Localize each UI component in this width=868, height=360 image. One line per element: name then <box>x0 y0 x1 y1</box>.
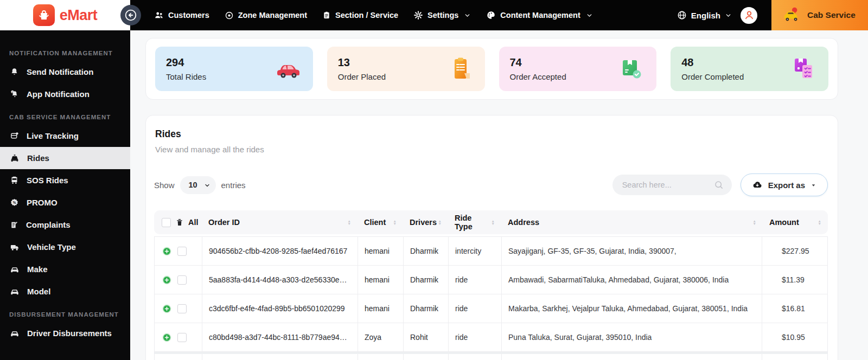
stat-completed-icon <box>792 56 816 81</box>
bus-icon <box>10 176 19 185</box>
row-checkbox[interactable] <box>177 275 187 285</box>
column-label: Client <box>364 218 386 227</box>
sidebar-item-promo[interactable]: % PROMO <box>0 191 130 214</box>
brand-logo[interactable]: eMart <box>0 0 130 30</box>
stat-value: 74 <box>510 56 566 69</box>
export-as-button[interactable]: Export as <box>741 173 828 196</box>
show-label: Show <box>154 181 175 190</box>
nav-item-label: Customers <box>168 11 209 20</box>
driver-link[interactable]: Dharmik <box>410 304 438 313</box>
sidebar-item-make[interactable]: Make <box>0 258 130 280</box>
expand-row-button[interactable] <box>162 246 172 256</box>
entries-select[interactable]: 10 <box>180 176 216 194</box>
emart-bag-icon <box>33 4 55 26</box>
sidebar-collapse-button[interactable] <box>120 5 141 25</box>
sidebar-item-label: PROMO <box>27 198 58 207</box>
order-id-link[interactable]: 904656b2-cfbb-4208-9285-faef4ed76167 <box>209 247 347 255</box>
sidebar-item-vehicle-type[interactable]: Vehicle Type <box>0 236 130 258</box>
tracker-icon <box>10 131 19 140</box>
row-checkbox[interactable] <box>177 247 187 256</box>
rides-table: All Order ID ▲▼ Client ▲▼ Drivers ▲▼ Rid… <box>154 210 828 360</box>
driver-link[interactable]: Dharmik <box>410 275 438 284</box>
settings-icon <box>413 10 423 20</box>
order-id-link[interactable]: 5aa883fa-d414-4d48-a303-d2e56330edd8 <box>209 275 351 284</box>
sort-icon: ▲▼ <box>492 220 495 226</box>
client-link[interactable]: hemani <box>365 304 390 313</box>
column-header-ride-type[interactable]: Ride Type ▲▼ <box>448 214 501 231</box>
nav-item-customers[interactable]: Customers <box>154 10 209 20</box>
sidebar-item-rides[interactable]: Rides <box>0 147 130 169</box>
sidebar-item-label: Send Notification <box>27 67 93 76</box>
brand-name: eMart <box>60 7 98 24</box>
table-row: 5aa883fa-d414-4d48-a303-d2e56330edd8 hem… <box>155 266 827 294</box>
sidebar-item-driver-disbursements[interactable]: Driver Disbursements <box>0 322 130 344</box>
column-header-client[interactable]: Client ▲▼ <box>358 218 403 227</box>
row-checkbox[interactable] <box>177 304 187 313</box>
driver-link[interactable]: Dharmik <box>410 247 438 255</box>
select-all-checkbox[interactable] <box>162 218 171 227</box>
note-icon <box>10 221 18 229</box>
language-selector[interactable]: English <box>677 10 732 20</box>
amount-cell: $11.39 <box>762 266 827 294</box>
client-link[interactable]: Zoya <box>365 333 381 342</box>
show-entries: Show 10 entries <box>154 176 246 194</box>
ride-type-cell: ride <box>449 266 502 294</box>
delete-selected-icon[interactable] <box>175 218 184 227</box>
stat-label: Order Completed <box>681 72 744 81</box>
sidebar-section-title: CAB SERVICE MANAGEMENT <box>9 114 130 120</box>
order-id-link[interactable]: c3dc6fbf-e4fe-4fad-89b5-bb6501020299 <box>209 304 345 313</box>
sidebar-item-app-notification[interactable]: z App Notification <box>0 83 130 105</box>
sidebar-item-sos-rides[interactable]: SOS Rides <box>0 169 130 191</box>
row-checkbox[interactable] <box>177 333 187 342</box>
sidebar-item-label: Live Tracking <box>27 131 79 140</box>
car-icon <box>10 265 20 274</box>
header-right: English Cab Service <box>677 0 868 30</box>
stat-value: 48 <box>681 56 744 69</box>
expand-row-button[interactable] <box>162 332 172 343</box>
rides-card: Rides View and manage all the rides Show… <box>145 115 838 360</box>
order-id-link[interactable]: c80bd498-a3d7-44bc-8111-8b779ae94a61 <box>209 333 351 342</box>
top-header: eMart Customers Zone Management Section … <box>0 0 868 30</box>
nav-item-settings[interactable]: Settings <box>413 10 471 20</box>
table-row: c3dc6fbf-e4fe-4fad-89b5-bb6501020299 hem… <box>155 294 827 323</box>
sidebar-section-title: DISBURSEMENT MANAGEMENT <box>9 311 130 318</box>
column-header-drivers[interactable]: Drivers ▲▼ <box>403 218 448 227</box>
column-header-address[interactable]: Address ▲▼ <box>501 218 763 227</box>
address-cell: Sayajiganj, GF-35, GF-35, Gujarat, India… <box>502 237 762 265</box>
row-select-cell <box>155 266 202 294</box>
sidebar: NOTIFICATION MANAGEMENT Send Notificatio… <box>0 30 130 360</box>
svg-text:%: % <box>13 201 16 204</box>
sidebar-item-model[interactable]: Model <box>0 280 130 303</box>
stat-label: Order Accepted <box>510 72 566 81</box>
sidebar-item-send-notification[interactable]: Send Notification <box>0 61 130 83</box>
car-icon <box>10 287 20 297</box>
row-select-cell <box>155 294 202 323</box>
column-header-order-id[interactable]: Order ID ▲▼ <box>202 218 358 227</box>
column-header-amount[interactable]: Amount ▲▼ <box>763 218 828 227</box>
cloud-download-icon <box>752 179 763 190</box>
bell-icon <box>10 67 19 76</box>
globe-icon <box>677 10 687 20</box>
user-avatar[interactable] <box>741 7 757 24</box>
cab-service-button[interactable]: Cab Service <box>771 0 868 30</box>
sidebar-item-complaints[interactable]: Complaints <box>0 214 130 236</box>
nav-item-content-management[interactable]: Content Management <box>486 10 592 20</box>
stat-card-order-completed: 48 Order Completed <box>671 47 828 91</box>
search-icon <box>713 179 724 190</box>
sidebar-item-label: SOS Rides <box>27 176 68 185</box>
nav-item-section-service[interactable]: Section / Service <box>322 11 398 20</box>
table-row: c80bd498-a3d7-44bc-8111-8b779ae94a61 Zoy… <box>155 323 827 352</box>
driver-link[interactable]: Rohit <box>410 333 428 342</box>
expand-row-button[interactable] <box>162 304 172 314</box>
sidebar-item-live-tracking[interactable]: Live Tracking <box>0 125 130 147</box>
stat-card-order-accepted: 74 Order Accepted <box>499 47 657 91</box>
client-link[interactable]: hemani <box>365 247 390 255</box>
stat-value: 13 <box>338 56 386 69</box>
column-label: Drivers <box>410 218 437 227</box>
nav-item-zone-management[interactable]: Zone Management <box>225 11 307 20</box>
column-label: Order ID <box>208 218 240 227</box>
column-label: Amount <box>769 218 799 227</box>
client-link[interactable]: hemani <box>365 275 390 284</box>
select-all-label: All <box>188 218 199 227</box>
expand-row-button[interactable] <box>162 275 172 285</box>
